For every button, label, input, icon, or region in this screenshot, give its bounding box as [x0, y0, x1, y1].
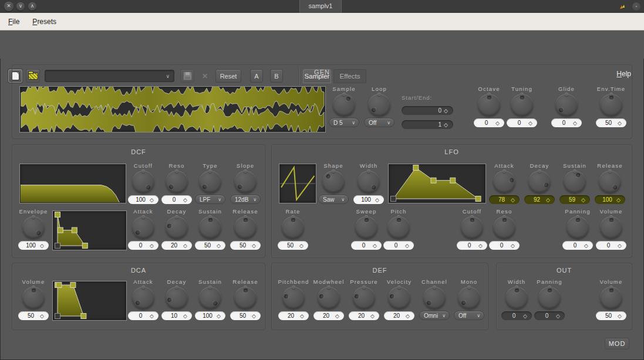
lfo-release-knob[interactable]	[599, 171, 621, 193]
dca-envelope-display[interactable]	[52, 281, 127, 321]
dcf-reso-knob[interactable]	[166, 171, 188, 193]
def-pitchbend: Pitchbend20◇	[277, 279, 310, 323]
spinner-diamond-icon: ◇	[252, 313, 261, 319]
def-velocity-knob[interactable]	[388, 287, 410, 309]
lfo-pitch-knob[interactable]	[387, 216, 410, 239]
gen-glide-knob[interactable]	[555, 94, 578, 116]
dcf-filter-display[interactable]	[19, 164, 126, 203]
dca-release-value[interactable]: 50◇	[230, 311, 261, 320]
gen-sample-select[interactable]: D 5∨	[329, 118, 359, 127]
dcf-sustain-value[interactable]: 50◇	[195, 241, 225, 250]
close-icon[interactable]: ✕	[4, 2, 14, 11]
lfo-rate-knob[interactable]	[282, 216, 304, 239]
gen-loop-knob[interactable]	[368, 94, 390, 116]
out-panning-knob[interactable]	[538, 287, 561, 309]
dcf-attack-knob[interactable]	[132, 216, 154, 239]
def-pitchbend-knob[interactable]	[282, 287, 305, 309]
dcf-cutoff-knob[interactable]	[132, 171, 154, 193]
lfo-release: Release100◇	[594, 162, 626, 207]
def-velocity-value[interactable]: 20◇	[384, 311, 414, 320]
maximize-icon[interactable]: ∧	[28, 2, 36, 11]
def-pitchbend-value[interactable]: 20◇	[278, 311, 309, 320]
gen-start-value[interactable]: 0◇	[402, 106, 453, 115]
lfo-rate: Rate50◇	[277, 208, 309, 253]
dcf-release-knob[interactable]	[234, 216, 257, 239]
lfo-pitch: Pitch0◇	[382, 208, 415, 253]
lfo-reso-value[interactable]: 0◇	[489, 241, 520, 250]
dca-sustain-knob[interactable]	[199, 287, 221, 309]
gen-sample: SampleD 5∨	[328, 86, 360, 130]
lfo-sweep-value[interactable]: 0◇	[351, 241, 382, 250]
menu-presets[interactable]: Presets	[32, 18, 56, 26]
dcf-decay-value[interactable]: 20◇	[161, 241, 192, 250]
lfo-width-knob[interactable]	[358, 171, 380, 193]
def-pressure-value[interactable]: 20◇	[349, 311, 379, 320]
lfo-decay-value[interactable]: 92◇	[524, 195, 555, 204]
dca-release-knob[interactable]	[234, 287, 257, 309]
minimize-icon[interactable]: ∨	[16, 2, 25, 11]
dcf-release-value[interactable]: 50◇	[230, 241, 261, 250]
lfo-rate-value[interactable]: 50◇	[278, 241, 308, 250]
lfo-reso-knob[interactable]	[493, 216, 515, 239]
dcf-type-knob[interactable]	[199, 171, 221, 193]
lfo-shape-display[interactable]	[279, 164, 316, 203]
menu-file[interactable]: File	[8, 18, 19, 26]
dcf-section: DCF Cutoff100◇ Reso0◇ TypeLPF∨ Slope12dB…	[12, 144, 265, 258]
gen-octave-value[interactable]: 0◇	[474, 118, 504, 127]
titlebar-menu-button[interactable]: •	[632, 2, 640, 11]
def-modwheel-knob[interactable]	[318, 287, 340, 309]
def-modwheel-value[interactable]: 20◇	[313, 311, 344, 320]
gen-envtime-value[interactable]: 50◇	[596, 118, 626, 127]
lfo-envelope-display[interactable]	[388, 164, 486, 203]
dcf-envelope-knob[interactable]	[22, 216, 45, 239]
spinner-diamond-icon: ◇	[183, 243, 192, 249]
spinner-diamond-icon: ◇	[546, 197, 555, 203]
lfo-shape-knob[interactable]	[322, 171, 345, 193]
def-mono-knob[interactable]	[458, 287, 480, 309]
sample-waveform-display[interactable]	[19, 86, 326, 133]
def-pitchbend-label: Pitchbend	[278, 279, 309, 286]
def-pressure-knob[interactable]	[353, 287, 375, 309]
dca-volume-knob[interactable]	[22, 287, 45, 309]
gen-envtime-knob[interactable]	[600, 94, 622, 116]
lfo-panning-value[interactable]: 0◇	[562, 241, 593, 250]
dcf-sustain-knob[interactable]	[199, 216, 221, 239]
gen-end-value[interactable]: 1◇	[402, 120, 453, 129]
lfo-cutoff-knob[interactable]	[461, 216, 483, 239]
lfo-attack-value[interactable]: 78◇	[489, 195, 520, 204]
dcf-envelope-display[interactable]	[52, 210, 127, 250]
gen-octave-knob[interactable]	[478, 94, 500, 116]
lfo-volume-knob[interactable]	[600, 216, 622, 239]
out-volume-value[interactable]: 50◇	[596, 311, 626, 320]
out-width-knob[interactable]	[505, 287, 528, 309]
spinner-diamond-icon: ◇	[40, 243, 49, 249]
gen-tuning-value[interactable]: 0◇	[507, 118, 537, 127]
dcf-decay-knob[interactable]	[166, 216, 188, 239]
dca-volume-value[interactable]: 50◇	[18, 311, 49, 320]
out-width-value[interactable]: 0◇	[501, 311, 532, 320]
lfo-rate-label: Rate	[286, 208, 301, 215]
dca-decay-value[interactable]: 10◇	[161, 311, 192, 320]
lfo-pitch-value[interactable]: 0◇	[383, 241, 414, 250]
lfo-sustain-value[interactable]: 59◇	[559, 195, 590, 204]
out-panning-value[interactable]: 0◇	[534, 311, 565, 320]
lfo-volume-value[interactable]: 0◇	[596, 241, 626, 250]
lfo-decay-knob[interactable]	[528, 171, 551, 193]
dcf-slope-knob[interactable]	[234, 171, 257, 193]
gen-sample-knob[interactable]	[333, 94, 355, 116]
gen-tuning-knob[interactable]	[511, 94, 533, 116]
lfo-sweep-knob[interactable]	[355, 216, 377, 239]
spinner-diamond-icon: ◇	[370, 313, 379, 319]
spinner-diamond-icon: ◇	[405, 243, 414, 249]
dca-decay-knob[interactable]	[166, 287, 188, 309]
mod-button[interactable]: MOD	[605, 338, 629, 349]
def-channel-knob[interactable]	[423, 287, 446, 309]
lfo-panning-knob[interactable]	[567, 216, 589, 239]
lfo-sustain-knob[interactable]	[564, 171, 586, 193]
lfo-cutoff-value[interactable]: 0◇	[457, 241, 487, 250]
chevron-down-icon: ∨	[352, 120, 359, 125]
out-volume-knob[interactable]	[600, 287, 622, 309]
dca-attack-knob[interactable]	[132, 287, 154, 309]
lfo-attack-knob[interactable]	[493, 171, 515, 193]
spinner-diamond-icon: ◇	[618, 313, 626, 319]
